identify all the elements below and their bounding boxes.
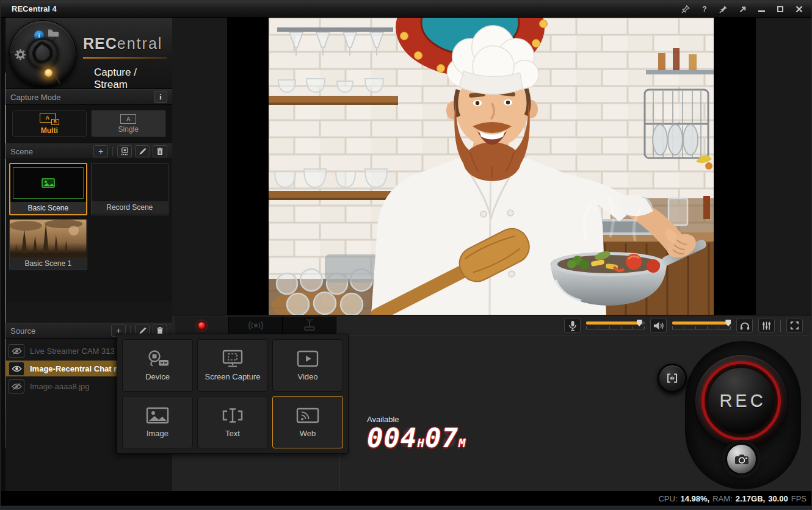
add-scene-button[interactable]: + — [93, 145, 108, 157]
minimize-icon[interactable] — [756, 4, 766, 14]
source-type-device-button[interactable]: Device — [122, 339, 193, 392]
add-source-popup: Device Screen Capture Video Image Text W… — [117, 334, 349, 454]
lcd-lit-digits: 004H07M — [367, 425, 466, 451]
ram-value: 2.17GB, — [736, 494, 765, 503]
webcam-icon — [145, 350, 170, 368]
delete-scene-trash-icon[interactable] — [153, 145, 167, 157]
scene-thumbnail — [10, 220, 87, 257]
status-strip — [1, 506, 811, 509]
available-time-display: 888H88M 004H07M — [367, 425, 466, 451]
image-icon — [145, 406, 170, 425]
headphone-icon[interactable] — [736, 318, 753, 333]
preview-photo-chef — [269, 18, 714, 315]
source-type-screen-capture-button[interactable]: Screen Capture — [197, 339, 268, 392]
fps-value: 30.00 — [768, 494, 788, 503]
available-time: Available 888H88M 004H07M — [367, 415, 466, 451]
popout-arrow-icon[interactable] — [738, 4, 747, 14]
video-viewport[interactable] — [227, 18, 756, 315]
fullscreen-icon[interactable] — [786, 318, 803, 333]
stream-tab-icon — [247, 320, 265, 331]
mixer-icon[interactable] — [758, 318, 775, 333]
record-button-label: REC — [716, 391, 766, 411]
stream-device-tab-icon — [303, 319, 316, 331]
scene-header: Scene + — [5, 143, 172, 159]
mic-icon[interactable] — [564, 318, 581, 333]
source-type-video-button[interactable]: Video — [272, 339, 343, 392]
video-icon — [295, 350, 320, 368]
function-tabs — [175, 317, 336, 334]
speaker-volume-thumb[interactable] — [725, 320, 731, 326]
scene-thumbnail — [92, 163, 169, 201]
single-mode-icon: A — [120, 114, 136, 124]
scene-item-basic-scene[interactable]: Basic Scene — [9, 163, 87, 215]
snapshot-camera-icon — [734, 454, 749, 465]
statusbar: CPU: 14.98%, RAM: 2.17GB, 30.00 FPS — [1, 491, 811, 509]
cpu-label: CPU: — [658, 494, 677, 503]
ram-label: RAM: — [712, 494, 733, 503]
tab-record[interactable] — [175, 317, 229, 334]
web-icon — [295, 406, 320, 425]
trim-toggle-button[interactable] — [658, 364, 687, 393]
source-type-image-button[interactable]: Image — [122, 396, 193, 448]
capture-mode-buttons: A B Multi A Single — [5, 105, 172, 143]
scene-item-basic-scene-1[interactable]: Basic Scene 1 — [9, 219, 87, 270]
window-title: RECentral 4 — [12, 4, 57, 13]
recentral-dial-logo: i — [9, 20, 76, 87]
scene-thumbnail — [10, 164, 86, 202]
scene-item-record-scene[interactable]: Record Scene — [91, 163, 169, 215]
capture-mode-info-button[interactable]: i — [154, 91, 167, 103]
preview-stage — [172, 18, 812, 315]
help-icon[interactable]: ? — [700, 4, 709, 14]
available-hours: 004 — [367, 422, 417, 453]
scene-list: Basic Scene Record Scene — [5, 159, 172, 302]
tab-stream-device[interactable] — [283, 317, 336, 334]
green-frame — [13, 167, 84, 199]
screen-capture-icon — [220, 350, 245, 368]
system-stats: CPU: 14.98%, RAM: 2.17GB, 30.00 FPS — [658, 491, 807, 506]
close-icon[interactable] — [794, 4, 804, 14]
scene-template-icon[interactable] — [117, 145, 132, 157]
capture-mode-header: Capture Mode i — [5, 89, 172, 105]
source-type-web-button[interactable]: Web — [272, 396, 343, 448]
mic-volume-slider[interactable] — [586, 321, 645, 329]
record-button-face: REC — [708, 368, 774, 434]
fps-label: FPS — [791, 494, 807, 503]
mic-volume-thumb[interactable] — [637, 320, 642, 326]
mode-multi-button[interactable]: A B Multi — [12, 110, 87, 137]
record-button[interactable]: REC — [695, 355, 787, 447]
edit-scene-pencil-icon[interactable] — [135, 145, 150, 157]
snapshot-button[interactable] — [725, 443, 758, 475]
brand-tagline: Capture / Stream — [94, 66, 172, 91]
speaker-icon[interactable] — [650, 318, 667, 333]
brand-divider — [83, 57, 167, 59]
multi-mode-icon: A B — [40, 113, 59, 125]
brand-wordmark: RECentral — [83, 35, 162, 52]
pin-icon[interactable] — [719, 4, 728, 14]
trim-icon — [665, 373, 679, 383]
record-tab-icon — [197, 321, 206, 330]
recentral-window: RECentral 4 ? i — [0, 0, 812, 510]
titlebar: RECentral 4 ? — [1, 1, 811, 18]
minutes-unit: M — [459, 436, 466, 450]
mode-single-button[interactable]: A Single — [91, 110, 167, 137]
source-type-text-button[interactable]: Text — [197, 396, 268, 448]
eye-hidden-icon[interactable] — [9, 379, 24, 393]
brand-panel: i RECentral Capture / Stream — [5, 18, 172, 89]
power-light — [45, 69, 53, 77]
speaker-volume-slider[interactable] — [672, 321, 731, 329]
hours-unit: H — [417, 436, 424, 450]
shutter-icon — [27, 38, 59, 70]
maximize-icon[interactable] — [775, 4, 785, 14]
eye-visible-icon[interactable] — [9, 362, 24, 376]
pin-outline-icon[interactable] — [681, 4, 691, 14]
available-minutes: 07 — [425, 422, 459, 453]
folder-icon[interactable] — [48, 29, 59, 37]
audio-controls — [564, 318, 803, 333]
cpu-value: 14.98%, — [681, 494, 710, 503]
settings-gear-icon[interactable] — [15, 49, 26, 60]
tab-stream[interactable] — [229, 317, 283, 334]
text-icon — [220, 406, 245, 425]
eye-hidden-icon[interactable] — [9, 344, 24, 358]
